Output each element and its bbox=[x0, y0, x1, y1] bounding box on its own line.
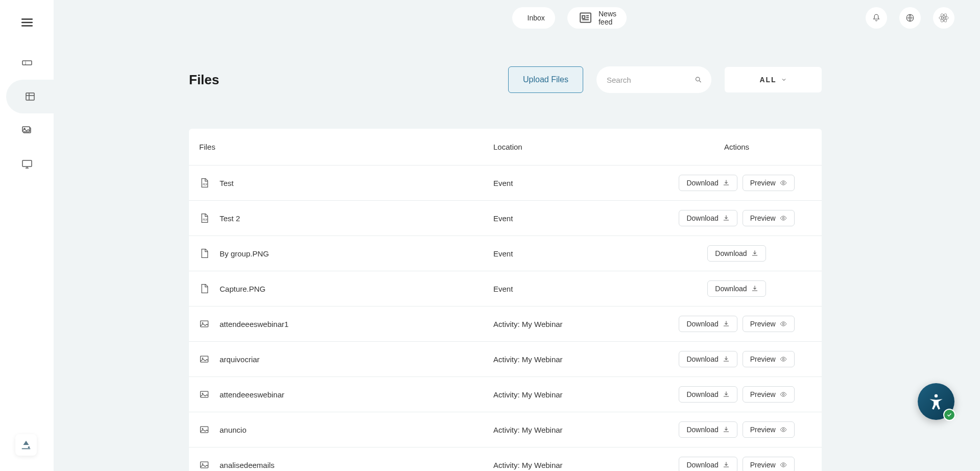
file-name: attendeeeswebinar bbox=[220, 390, 284, 399]
preview-label: Preview bbox=[750, 320, 776, 328]
download-button[interactable]: Download bbox=[679, 210, 737, 226]
hamburger-menu-button[interactable] bbox=[14, 9, 40, 36]
file-location: Activity: My Webinar bbox=[493, 355, 662, 364]
accessibility-fab[interactable] bbox=[918, 383, 954, 420]
search-wrap bbox=[596, 66, 711, 93]
download-button[interactable]: Download bbox=[707, 245, 766, 262]
file-type-icon bbox=[199, 354, 209, 365]
file-location: Activity: My Webinar bbox=[493, 461, 662, 469]
download-icon bbox=[723, 356, 730, 363]
table-row: Capture.PNG Event Download bbox=[189, 271, 822, 307]
svg-rect-1 bbox=[26, 93, 34, 100]
header-files: Files bbox=[199, 143, 493, 151]
download-button[interactable]: Download bbox=[679, 351, 737, 367]
svg-rect-5 bbox=[22, 160, 32, 167]
upload-files-button[interactable]: Upload Files bbox=[508, 66, 583, 93]
inbox-label: Inbox bbox=[528, 14, 545, 22]
file-name: analisedeemails bbox=[220, 461, 275, 469]
search-input[interactable] bbox=[607, 76, 686, 84]
eye-icon bbox=[780, 356, 787, 363]
sidebar bbox=[0, 0, 54, 471]
app-menu-button[interactable] bbox=[933, 7, 954, 29]
file-actions: Download Preview bbox=[662, 175, 811, 191]
files-table: Files Location Actions Test Event Downlo… bbox=[189, 129, 822, 471]
download-button[interactable]: Download bbox=[679, 421, 737, 438]
download-button[interactable]: Download bbox=[679, 457, 737, 471]
file-type-icon bbox=[199, 459, 209, 470]
preview-label: Preview bbox=[750, 390, 776, 398]
atom-icon bbox=[938, 12, 949, 23]
file-actions: Download Preview bbox=[662, 316, 811, 332]
file-location: Activity: My Webinar bbox=[493, 320, 662, 328]
table-row: By group.PNG Event Download bbox=[189, 236, 822, 271]
download-icon bbox=[723, 179, 730, 186]
notifications-button[interactable] bbox=[866, 7, 887, 29]
svg-rect-3 bbox=[22, 127, 30, 132]
download-icon bbox=[723, 426, 730, 433]
file-cell: attendeeeswebinar bbox=[199, 389, 493, 400]
preview-button[interactable]: Preview bbox=[743, 386, 795, 403]
svg-point-6 bbox=[28, 446, 30, 449]
file-cell: Capture.PNG bbox=[199, 283, 493, 294]
inbox-button[interactable]: Inbox bbox=[512, 7, 555, 29]
file-type-icon bbox=[199, 283, 209, 294]
file-type-icon bbox=[199, 389, 209, 400]
download-icon bbox=[723, 215, 730, 222]
preview-label: Preview bbox=[750, 355, 776, 363]
download-label: Download bbox=[686, 320, 718, 328]
page-title: Files bbox=[189, 72, 219, 88]
file-type-icon bbox=[199, 248, 209, 259]
language-button[interactable] bbox=[899, 7, 921, 29]
file-cell: Test bbox=[199, 177, 493, 189]
download-label: Download bbox=[715, 249, 747, 257]
download-button[interactable]: Download bbox=[679, 386, 737, 403]
file-name: By group.PNG bbox=[220, 249, 269, 258]
download-label: Download bbox=[686, 426, 718, 434]
download-icon bbox=[723, 320, 730, 327]
download-button[interactable]: Download bbox=[679, 175, 737, 191]
file-location: Activity: My Webinar bbox=[493, 426, 662, 434]
newspaper-icon bbox=[578, 10, 593, 26]
preview-button[interactable]: Preview bbox=[743, 210, 795, 226]
file-actions: Download Preview bbox=[662, 457, 811, 471]
header-location: Location bbox=[493, 143, 662, 151]
preview-label: Preview bbox=[750, 179, 776, 187]
preview-label: Preview bbox=[750, 461, 776, 469]
table-header: Files Location Actions bbox=[189, 129, 822, 166]
svg-point-14 bbox=[943, 17, 945, 19]
download-icon bbox=[751, 250, 758, 257]
sidebar-theme-button[interactable] bbox=[15, 434, 37, 456]
sidebar-item-display[interactable] bbox=[0, 147, 54, 181]
sidebar-items bbox=[0, 46, 54, 181]
file-cell: By group.PNG bbox=[199, 248, 493, 259]
table-row: attendeeeswebinar1 Activity: My Webinar … bbox=[189, 307, 822, 342]
download-label: Download bbox=[686, 214, 718, 222]
eye-icon bbox=[780, 391, 787, 398]
download-button[interactable]: Download bbox=[707, 280, 766, 297]
check-icon bbox=[946, 412, 952, 418]
file-name: anuncio bbox=[220, 426, 247, 434]
preview-button[interactable]: Preview bbox=[743, 316, 795, 332]
preview-button[interactable]: Preview bbox=[743, 457, 795, 471]
download-button[interactable]: Download bbox=[679, 316, 737, 332]
images-icon bbox=[21, 124, 33, 136]
preview-button[interactable]: Preview bbox=[743, 421, 795, 438]
sidebar-item-tickets[interactable] bbox=[0, 46, 54, 80]
preview-button[interactable]: Preview bbox=[743, 351, 795, 367]
filter-dropdown[interactable]: ALL bbox=[725, 67, 822, 92]
table-icon bbox=[24, 90, 36, 103]
file-cell: arquivocriar bbox=[199, 354, 493, 365]
news-feed-button[interactable]: News feed bbox=[567, 7, 627, 29]
sidebar-item-files[interactable] bbox=[6, 80, 54, 113]
sidebar-item-gallery[interactable] bbox=[0, 113, 54, 147]
file-name: attendeeeswebinar1 bbox=[220, 320, 289, 328]
eye-icon bbox=[780, 426, 787, 433]
preview-label: Preview bbox=[750, 214, 776, 222]
search-icon bbox=[695, 76, 702, 84]
file-name: arquivocriar bbox=[220, 355, 259, 364]
file-type-icon bbox=[199, 213, 209, 224]
download-icon bbox=[723, 461, 730, 468]
preview-button[interactable]: Preview bbox=[743, 175, 795, 191]
svg-rect-7 bbox=[22, 448, 31, 449]
page-header: Files Upload Files ALL bbox=[189, 66, 822, 93]
